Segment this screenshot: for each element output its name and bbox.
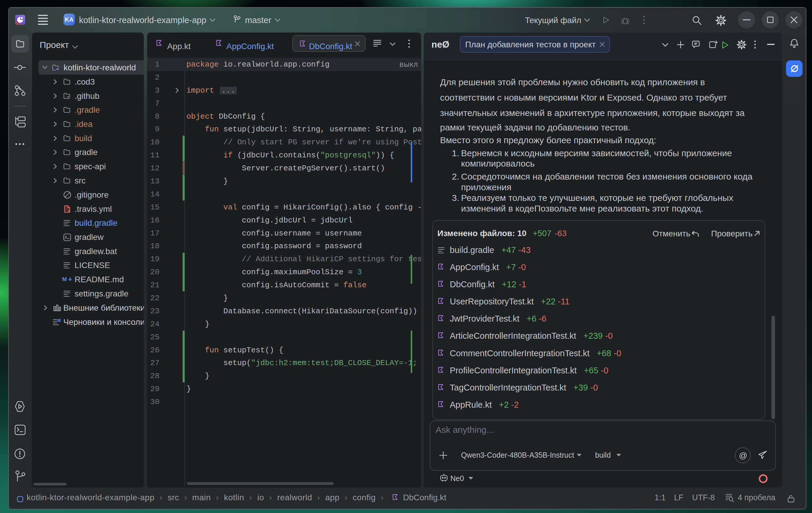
- svg-text:M: M: [62, 276, 67, 282]
- svg-text:Y: Y: [68, 210, 70, 213]
